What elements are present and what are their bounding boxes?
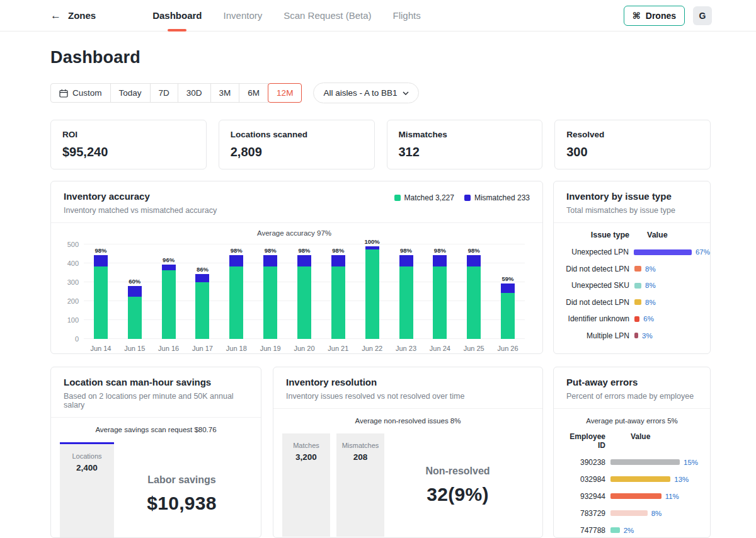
matched-segment: [263, 266, 277, 340]
bar-group-jun-19[interactable]: 98%: [253, 244, 287, 339]
bar-stack[interactable]: [365, 246, 379, 339]
bar-stack[interactable]: [162, 265, 176, 340]
matched-segment: [128, 297, 142, 340]
putaway-value-bar: [610, 476, 670, 482]
card-title: Inventory resolution: [286, 377, 530, 387]
issue-value-percent: 6%: [643, 315, 654, 323]
bar-group-jun-15[interactable]: 60%: [118, 244, 152, 339]
top-navbar: ← Zones Dashboard Inventory Scan Request…: [0, 0, 756, 31]
bar-group-jun-21[interactable]: 98%: [321, 244, 355, 339]
card-title: Put-away errors: [566, 377, 697, 387]
issue-value-percent: 8%: [645, 282, 656, 289]
issue-value-bar: [634, 249, 692, 255]
matches-block: Matches 3,200: [282, 433, 330, 537]
bar-group-jun-26[interactable]: 59%: [491, 244, 525, 339]
mismatched-segment: [195, 274, 209, 283]
bar-stack[interactable]: [229, 255, 243, 340]
range-label: 30D: [186, 88, 202, 98]
range-3m-button[interactable]: 3M: [210, 83, 240, 103]
drones-button[interactable]: ⌘ Drones: [624, 6, 685, 26]
bar-stack[interactable]: [195, 274, 209, 340]
kpi-value: 300: [566, 145, 699, 159]
tab-flights[interactable]: Flights: [393, 0, 421, 31]
bar-stack[interactable]: [399, 255, 413, 340]
issue-value-bar: [634, 316, 639, 322]
putaway-row: 7837298%: [554, 505, 710, 522]
average-putaway-label: Average put-away errors 5%: [554, 417, 710, 425]
putaway-table-rows: 39023815%03298413%93294411%7837298%74778…: [554, 454, 710, 538]
bar-group-jun-20[interactable]: 98%: [287, 244, 321, 339]
putaway-value-bar: [610, 459, 680, 465]
kpi-label: Mismatches: [399, 130, 531, 139]
bar-percent-label: 98%: [231, 247, 243, 254]
bottom-row: Location scan man-hour savings Based on …: [50, 367, 711, 538]
bar-percent-label: 59%: [502, 275, 514, 282]
mismatched-segment: [501, 283, 515, 293]
user-avatar[interactable]: G: [693, 6, 712, 25]
legend-item: Matched 3,227: [394, 193, 454, 202]
range-label: 12M: [277, 88, 293, 98]
bar-group-jun-24[interactable]: 98%: [423, 244, 457, 339]
average-savings-label: Average savings scan request $80.76: [51, 426, 261, 433]
card-header: Inventory accuracy Inventory matched vs …: [51, 181, 542, 223]
range-12m-button-selected[interactable]: 12M: [268, 83, 302, 103]
resolution-visual: Matches 3,200 Mismatches 208 Non-resolve…: [282, 433, 531, 537]
aisle-selector-dropdown[interactable]: All aisles - A to BB1: [313, 83, 419, 103]
issue-row: Multiple LPN3%: [554, 328, 710, 345]
bar-stack[interactable]: [128, 286, 142, 339]
range-custom-button[interactable]: Custom: [50, 83, 111, 103]
nonresolved-summary: Non-resolved 32(9%): [384, 433, 531, 537]
bar-stack[interactable]: [433, 255, 447, 340]
tab-inventory[interactable]: Inventory: [224, 0, 263, 31]
bar-stack[interactable]: [467, 255, 481, 340]
bar-stack[interactable]: [331, 255, 345, 340]
command-icon: ⌘: [633, 11, 641, 21]
tab-scan-request[interactable]: Scan Request (Beta): [284, 0, 371, 31]
x-axis-tick-label: Jun 15: [118, 345, 152, 352]
issue-row: Identifier unknown6%: [554, 311, 710, 328]
y-axis-tick-label: 200: [60, 297, 79, 305]
matched-segment: [331, 266, 345, 340]
employee-id: 747788: [566, 526, 605, 535]
bar-group-jun-25[interactable]: 98%: [457, 244, 491, 339]
bar-group-jun-22[interactable]: 100%: [355, 244, 389, 339]
card-subtitle: Inventory matched vs mismatched accuracy: [64, 206, 217, 215]
bar-stack[interactable]: [263, 255, 277, 340]
bar-stack[interactable]: [94, 255, 108, 340]
card-header: Inventory by issue type Total mismatches…: [554, 181, 710, 223]
bar-percent-label: 98%: [332, 247, 344, 254]
tab-dashboard[interactable]: Dashboard: [152, 0, 202, 31]
kpi-label: Resolved: [566, 130, 699, 139]
back-to-zones-button[interactable]: ← Zones: [50, 10, 96, 21]
bar-percent-label: 98%: [400, 247, 412, 254]
range-6m-button[interactable]: 6M: [239, 83, 268, 103]
bar-percent-label: 98%: [434, 247, 446, 254]
issue-type-label: Did not detect LPN: [564, 265, 629, 273]
card-title: Location scan man-hour savings: [64, 377, 248, 387]
bar-group-jun-23[interactable]: 98%: [389, 244, 423, 339]
tab-label: Inventory: [224, 10, 263, 21]
back-arrow-icon: ←: [50, 10, 61, 21]
matched-segment: [399, 266, 413, 340]
bar-group-jun-17[interactable]: 86%: [186, 244, 220, 339]
bar-group-jun-16[interactable]: 96%: [152, 244, 186, 339]
bar-group-jun-18[interactable]: 98%: [219, 244, 253, 339]
labor-visual: Locations 2,400 Labor savings $10,938: [60, 442, 249, 538]
bar-stack[interactable]: [501, 283, 515, 340]
accuracy-stacked-bar-chart: 010020030040050098%60%96%86%98%98%98%98%…: [84, 244, 525, 339]
bar-stack[interactable]: [297, 255, 311, 340]
card-subtitle: Percent of errors made by employee: [566, 392, 697, 401]
issue-type-label: Unexpected LPN: [564, 248, 629, 256]
range-30d-button[interactable]: 30D: [178, 83, 211, 103]
bar-group-jun-14[interactable]: 98%: [84, 244, 118, 339]
range-today-button[interactable]: Today: [110, 83, 151, 103]
issue-type-column-header: Issue type: [564, 231, 629, 239]
x-axis-tick-label: Jun 24: [423, 345, 457, 352]
putaway-row: 39023815%: [554, 454, 710, 471]
putaway-value-bar: [610, 527, 620, 533]
matched-segment: [229, 266, 243, 340]
mismatched-segment: [399, 255, 413, 266]
bar-percent-label: 96%: [163, 256, 175, 263]
labor-savings-card: Location scan man-hour savings Based on …: [50, 367, 261, 538]
range-7d-button[interactable]: 7D: [150, 83, 178, 103]
